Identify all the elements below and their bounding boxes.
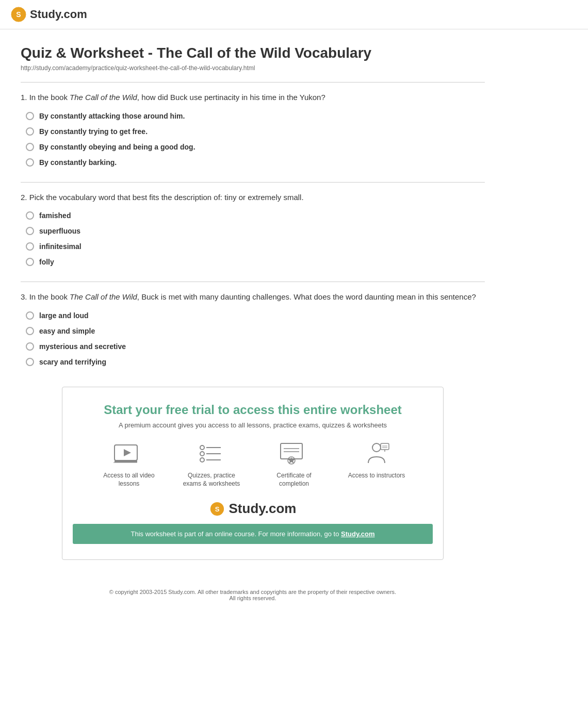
q2-radio-3[interactable] bbox=[26, 242, 34, 251]
question-2-options: famished superfluous infinitesimal folly bbox=[21, 211, 485, 266]
promo-logo: S Study.com bbox=[73, 501, 433, 517]
q1-option-4-label: By constantly barking. bbox=[39, 158, 117, 167]
q3-italic: The Call of the Wild bbox=[70, 292, 137, 301]
q3-option-2[interactable]: easy and simple bbox=[26, 327, 485, 335]
q2-option-3[interactable]: infinitesimal bbox=[26, 242, 485, 251]
q3-option-2-label: easy and simple bbox=[39, 327, 95, 335]
divider-top bbox=[21, 82, 485, 82]
promo-logo-icon: S bbox=[209, 501, 225, 517]
q2-radio-1[interactable] bbox=[26, 211, 34, 220]
quiz-icon bbox=[196, 442, 227, 466]
quiz-icon-box bbox=[196, 441, 227, 467]
q2-option-1[interactable]: famished bbox=[26, 211, 485, 220]
svg-point-8 bbox=[200, 452, 204, 456]
svg-rect-4 bbox=[115, 460, 137, 462]
feature-instructors-label: Access to instructors bbox=[348, 471, 405, 480]
q2-option-1-label: famished bbox=[39, 211, 71, 220]
q1-option-3-label: By constantly obeying and being a good d… bbox=[39, 143, 195, 151]
certificate-icon bbox=[279, 442, 309, 466]
promo-title: Start your free trial to access this ent… bbox=[73, 403, 433, 417]
q2-radio-4[interactable] bbox=[26, 258, 34, 266]
svg-point-6 bbox=[200, 445, 204, 450]
question-1: 1. In the book The Call of the Wild, how… bbox=[21, 92, 485, 167]
q1-radio-3[interactable] bbox=[26, 143, 34, 151]
q2-option-2-label: superfluous bbox=[39, 227, 80, 235]
feature-certificate: Certificate of completion bbox=[263, 441, 325, 489]
svg-point-17 bbox=[372, 443, 381, 452]
promo-box: Start your free trial to access this ent… bbox=[62, 387, 444, 560]
main-content: Quiz & Worksheet - The Call of the Wild … bbox=[0, 29, 505, 625]
q3-radio-2[interactable] bbox=[26, 327, 34, 335]
q2-radio-2[interactable] bbox=[26, 227, 34, 235]
question-3: 3. In the book The Call of the Wild, Buc… bbox=[21, 291, 485, 366]
svg-point-10 bbox=[200, 458, 204, 462]
promo-subtitle: A premium account gives you access to al… bbox=[73, 421, 433, 429]
q1-option-2-label: By constantly trying to get free. bbox=[39, 127, 148, 136]
q1-option-2[interactable]: By constantly trying to get free. bbox=[26, 127, 485, 136]
instructor-icon bbox=[361, 442, 392, 466]
instructor-icon-box bbox=[361, 441, 392, 467]
q3-option-4[interactable]: scary and terrifying bbox=[26, 358, 485, 366]
footer: © copyright 2003-2015 Study.com. All oth… bbox=[21, 581, 485, 609]
q3-radio-3[interactable] bbox=[26, 342, 34, 351]
q2-text: 2. Pick the vocabulary word that best fi… bbox=[21, 193, 304, 202]
q1-radio-4[interactable] bbox=[26, 158, 34, 167]
page-url: http://study.com/academy/practice/quiz-w… bbox=[21, 64, 485, 72]
question-1-options: By constantly attacking those around him… bbox=[21, 112, 485, 167]
svg-rect-18 bbox=[381, 443, 389, 450]
q3-option-3[interactable]: mysterious and secretive bbox=[26, 342, 485, 351]
q1-option-1-label: By constantly attacking those around him… bbox=[39, 112, 185, 120]
svg-marker-3 bbox=[124, 449, 131, 456]
q1-radio-1[interactable] bbox=[26, 112, 34, 120]
logo-icon: S bbox=[10, 6, 27, 23]
feature-video-label: Access to all video lessons bbox=[98, 471, 160, 489]
svg-text:S: S bbox=[215, 505, 219, 513]
feature-certificate-label: Certificate of completion bbox=[263, 471, 325, 489]
question-3-text: 3. In the book The Call of the Wild, Buc… bbox=[21, 291, 485, 303]
site-header: S Study.com bbox=[0, 0, 588, 29]
video-icon-box bbox=[113, 441, 144, 467]
footer-rights: All rights reserved. bbox=[29, 595, 477, 601]
promo-cta-text: This worksheet is part of an online cour… bbox=[130, 530, 341, 538]
q2-option-4-label: folly bbox=[39, 258, 54, 266]
feature-quiz: Quizzes, practice exams & worksheets bbox=[181, 441, 242, 489]
footer-copyright: © copyright 2003-2015 Study.com. All oth… bbox=[29, 589, 477, 595]
q3-radio-1[interactable] bbox=[26, 311, 34, 320]
certificate-icon-box bbox=[279, 441, 309, 467]
q1-option-1[interactable]: By constantly attacking those around him… bbox=[26, 112, 485, 120]
divider-2 bbox=[21, 282, 485, 282]
promo-cta-link[interactable]: Study.com bbox=[341, 530, 375, 538]
q2-option-2[interactable]: superfluous bbox=[26, 227, 485, 235]
question-2-text: 2. Pick the vocabulary word that best fi… bbox=[21, 192, 485, 204]
question-1-text: 1. In the book The Call of the Wild, how… bbox=[21, 92, 485, 104]
svg-text:S: S bbox=[16, 10, 21, 19]
q1-option-3[interactable]: By constantly obeying and being a good d… bbox=[26, 143, 485, 151]
q1-before: 1. In the book bbox=[21, 93, 70, 102]
promo-cta-bar: This worksheet is part of an online cour… bbox=[73, 524, 433, 544]
question-2: 2. Pick the vocabulary word that best fi… bbox=[21, 192, 485, 267]
q2-option-4[interactable]: folly bbox=[26, 258, 485, 266]
q3-radio-4[interactable] bbox=[26, 358, 34, 366]
q3-after: , Buck is met with many daunting challen… bbox=[137, 292, 476, 301]
q3-option-3-label: mysterious and secretive bbox=[39, 342, 126, 351]
feature-video: Access to all video lessons bbox=[98, 441, 160, 489]
question-3-options: large and loud easy and simple mysteriou… bbox=[21, 311, 485, 366]
q3-option-1-label: large and loud bbox=[39, 311, 89, 320]
q3-before: 3. In the book bbox=[21, 292, 70, 301]
q3-option-4-label: scary and terrifying bbox=[39, 358, 106, 366]
q3-option-1[interactable]: large and loud bbox=[26, 311, 485, 320]
q1-italic: The Call of the Wild bbox=[70, 93, 137, 102]
feature-quiz-label: Quizzes, practice exams & worksheets bbox=[181, 471, 242, 489]
page-title: Quiz & Worksheet - The Call of the Wild … bbox=[21, 45, 485, 61]
q1-radio-2[interactable] bbox=[26, 127, 34, 136]
site-logo[interactable]: S Study.com bbox=[10, 6, 578, 23]
q1-option-4[interactable]: By constantly barking. bbox=[26, 158, 485, 167]
promo-features: Access to all video lessons Quizzes, pra… bbox=[73, 441, 433, 489]
logo-text: Study.com bbox=[30, 8, 87, 21]
q1-after: , how did Buck use pertinacity in his ti… bbox=[137, 93, 325, 102]
promo-logo-text: Study.com bbox=[229, 501, 297, 517]
video-icon bbox=[113, 442, 144, 466]
q2-option-3-label: infinitesimal bbox=[39, 242, 81, 251]
divider-1 bbox=[21, 182, 485, 183]
feature-instructors: Access to instructors bbox=[346, 441, 407, 489]
